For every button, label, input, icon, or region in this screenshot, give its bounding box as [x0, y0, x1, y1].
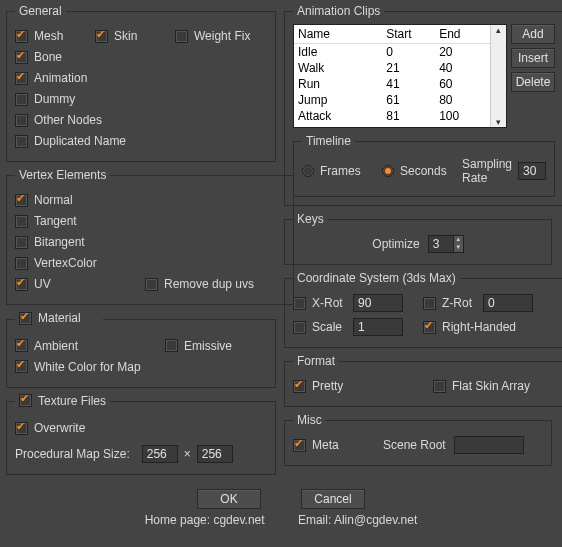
procmap-label: Procedural Map Size:: [15, 447, 130, 461]
xrot-input[interactable]: [353, 294, 403, 312]
coord-legend: Coordinate System (3ds Max): [293, 271, 460, 285]
table-row: Run4160: [294, 76, 490, 92]
animclips-legend: Animation Clips: [293, 4, 384, 18]
ok-button[interactable]: OK: [197, 489, 261, 509]
optimize-spinner[interactable]: ▲▼: [428, 235, 464, 253]
table-row: Idle020: [294, 44, 490, 61]
weightfix-checkbox[interactable]: Weight Fix: [175, 29, 255, 43]
material-legend-checkbox[interactable]: Material: [19, 311, 99, 325]
bone-checkbox[interactable]: Bone: [15, 50, 95, 64]
zrot-checkbox[interactable]: Z-Rot: [423, 296, 483, 310]
xrot-checkbox[interactable]: X-Rot: [293, 296, 353, 310]
col-end: End: [435, 25, 490, 44]
zrot-input[interactable]: [483, 294, 533, 312]
scale-checkbox[interactable]: Scale: [293, 320, 353, 334]
meta-checkbox[interactable]: Meta: [293, 438, 383, 452]
dummy-checkbox[interactable]: Dummy: [15, 92, 95, 106]
keys-group: Keys Optimize ▲▼: [284, 212, 552, 265]
format-legend: Format: [293, 354, 339, 368]
table-row: Attack81100: [294, 108, 490, 124]
pretty-checkbox[interactable]: Pretty: [293, 379, 433, 393]
material-group: Material Ambient Emissive White Color fo…: [6, 311, 276, 388]
scroll-down-icon[interactable]: ▾: [496, 117, 501, 127]
optimize-input[interactable]: [429, 236, 453, 252]
table-row: Walk2140: [294, 60, 490, 76]
emissive-checkbox[interactable]: Emissive: [165, 339, 245, 353]
skin-checkbox[interactable]: Skin: [95, 29, 175, 43]
general-legend: General: [15, 4, 66, 18]
texture-group: Texture Files Overwrite Procedural Map S…: [6, 394, 276, 476]
timeline-legend: Timeline: [302, 134, 355, 148]
seconds-radio[interactable]: Seconds: [382, 164, 462, 178]
procmap-width-input[interactable]: [142, 445, 178, 463]
vertex-legend: Vertex Elements: [15, 168, 110, 182]
sampling-label: Sampling Rate: [462, 157, 512, 185]
procmap-height-input[interactable]: [197, 445, 233, 463]
normal-checkbox[interactable]: Normal: [15, 193, 95, 207]
spin-down-icon[interactable]: ▼: [453, 244, 463, 252]
insert-button[interactable]: Insert: [511, 48, 555, 68]
general-group: General Mesh Skin Weight Fix Bone Animat…: [6, 4, 276, 162]
whitecolor-checkbox[interactable]: White Color for Map: [15, 360, 155, 374]
col-name: Name: [294, 25, 382, 44]
bitangent-checkbox[interactable]: Bitangent: [15, 235, 95, 249]
animation-checkbox[interactable]: Animation: [15, 71, 95, 85]
col-start: Start: [382, 25, 435, 44]
vertexcolor-checkbox[interactable]: VertexColor: [15, 256, 155, 270]
frames-radio[interactable]: Frames: [302, 164, 382, 178]
sceneroot-label: Scene Root: [383, 438, 446, 452]
add-button[interactable]: Add: [511, 24, 555, 44]
clips-table[interactable]: Name Start End Idle020 Walk2140 Run4160 …: [293, 24, 507, 128]
uv-checkbox[interactable]: UV: [15, 277, 145, 291]
delete-button[interactable]: Delete: [511, 72, 555, 92]
ambient-checkbox[interactable]: Ambient: [15, 339, 165, 353]
dupname-checkbox[interactable]: Duplicated Name: [15, 134, 155, 148]
texture-legend-checkbox[interactable]: Texture Files: [19, 394, 106, 408]
othernodes-checkbox[interactable]: Other Nodes: [15, 113, 155, 127]
misc-group: Misc Meta Scene Root: [284, 413, 552, 466]
overwrite-checkbox[interactable]: Overwrite: [15, 421, 95, 435]
cancel-button[interactable]: Cancel: [301, 489, 365, 509]
clips-scrollbar[interactable]: ▴ ▾: [490, 25, 506, 127]
removedup-checkbox[interactable]: Remove dup uvs: [145, 277, 285, 291]
format-group: Format Pretty Flat Skin Array: [284, 354, 562, 407]
animclips-group: Animation Clips Name Start End Idle020: [284, 4, 562, 206]
flatskin-checkbox[interactable]: Flat Skin Array: [433, 379, 562, 393]
scale-input[interactable]: [353, 318, 403, 336]
sampling-input[interactable]: [518, 162, 546, 180]
coord-group: Coordinate System (3ds Max) X-Rot Z-Rot …: [284, 271, 562, 348]
righthanded-checkbox[interactable]: Right-Handed: [423, 320, 562, 334]
spin-up-icon[interactable]: ▲: [453, 236, 463, 244]
tangent-checkbox[interactable]: Tangent: [15, 214, 95, 228]
timeline-group: Timeline Frames Seconds Sampling Rate: [293, 134, 555, 197]
misc-legend: Misc: [293, 413, 326, 427]
vertex-group: Vertex Elements Normal Tangent Bitangent…: [6, 168, 294, 305]
footer-text: Home page: cgdev.net Email: Alin@cgdev.n…: [0, 513, 562, 531]
keys-legend: Keys: [293, 212, 328, 226]
mesh-checkbox[interactable]: Mesh: [15, 29, 95, 43]
table-row: Jump6180: [294, 92, 490, 108]
sceneroot-input[interactable]: [454, 436, 524, 454]
scroll-up-icon[interactable]: ▴: [496, 25, 501, 35]
times-symbol: ×: [184, 447, 191, 461]
optimize-label: Optimize: [372, 237, 419, 251]
